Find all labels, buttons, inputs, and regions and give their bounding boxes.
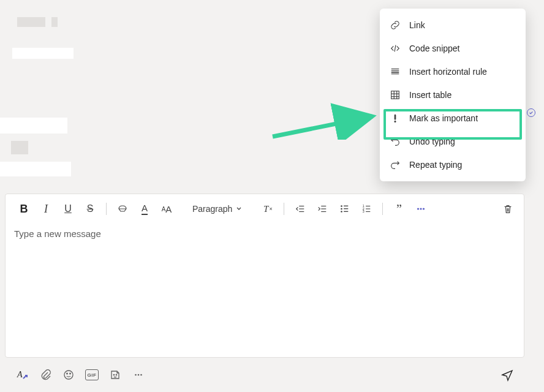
- svg-point-34: [64, 371, 73, 379]
- composer-actions: A GIF: [5, 363, 524, 387]
- menu-undo-typing[interactable]: Undo typing: [380, 130, 526, 153]
- menu-link[interactable]: Link: [380, 13, 526, 37]
- toolbar-separator: [284, 203, 284, 215]
- svg-point-20: [341, 211, 343, 213]
- font-size-button[interactable]: AA: [157, 199, 176, 219]
- table-icon: [390, 89, 401, 100]
- placeholder-text: Type a new message: [14, 228, 101, 239]
- svg-point-10: [394, 121, 396, 123]
- font-color-button[interactable]: A: [135, 199, 154, 219]
- svg-point-40: [138, 374, 140, 376]
- message-composer: B I U S A AA Paragraph T×: [5, 194, 524, 358]
- svg-point-38: [116, 374, 116, 375]
- send-button[interactable]: [497, 365, 517, 385]
- svg-text:A: A: [17, 370, 23, 379]
- toolbar-separator: [382, 203, 383, 215]
- redo-icon: [390, 159, 401, 170]
- attach-button[interactable]: [36, 365, 55, 385]
- svg-rect-9: [395, 115, 396, 120]
- quote-button[interactable]: ”: [389, 199, 409, 219]
- link-icon: [390, 20, 401, 31]
- bold-button[interactable]: B: [14, 199, 34, 219]
- svg-point-39: [135, 374, 137, 376]
- outdent-button[interactable]: [290, 199, 310, 219]
- bullet-list-button[interactable]: [334, 199, 354, 219]
- chevron-down-icon: [236, 206, 242, 212]
- menu-mark-important[interactable]: Mark as important: [380, 107, 526, 130]
- more-actions-button[interactable]: [129, 365, 148, 385]
- italic-button[interactable]: I: [36, 199, 56, 219]
- svg-point-41: [140, 374, 142, 376]
- menu-item-label: Code snippet: [409, 43, 460, 53]
- svg-point-31: [420, 208, 422, 209]
- strikethrough-button[interactable]: S: [80, 199, 100, 219]
- svg-point-19: [341, 208, 343, 210]
- menu-item-label: Insert horizontal rule: [409, 67, 487, 77]
- menu-insert-table[interactable]: Insert table: [380, 83, 526, 107]
- sticker-button[interactable]: [105, 365, 125, 385]
- numbered-list-button[interactable]: 123: [357, 199, 376, 219]
- svg-point-36: [70, 373, 71, 374]
- seen-check-icon: [527, 108, 535, 117]
- menu-item-label: Repeat typing: [409, 160, 462, 170]
- gif-label: GIF: [85, 369, 99, 380]
- svg-text:3: 3: [363, 209, 365, 213]
- code-icon: [390, 43, 401, 54]
- undo-icon: [390, 136, 401, 147]
- message-input[interactable]: Type a new message: [6, 224, 524, 244]
- toolbar-separator: [106, 203, 107, 215]
- important-icon: [390, 113, 401, 124]
- gif-button[interactable]: GIF: [82, 365, 102, 385]
- format-toggle-button[interactable]: A: [12, 365, 32, 385]
- svg-rect-23: [344, 211, 348, 212]
- menu-horizontal-rule[interactable]: Insert horizontal rule: [380, 60, 526, 83]
- menu-repeat-typing[interactable]: Repeat typing: [380, 153, 526, 176]
- menu-item-label: Mark as important: [409, 113, 478, 123]
- underline-button[interactable]: U: [58, 199, 78, 219]
- more-options-button[interactable]: [411, 199, 431, 219]
- horizontal-rule-icon: [390, 66, 401, 77]
- menu-item-label: Undo typing: [409, 137, 455, 146]
- svg-rect-21: [344, 206, 348, 206]
- svg-point-35: [67, 373, 68, 374]
- highlight-button[interactable]: [113, 199, 132, 219]
- paragraph-style-dropdown[interactable]: Paragraph: [187, 199, 247, 219]
- format-toolbar: B I U S A AA Paragraph T×: [6, 194, 524, 224]
- svg-point-18: [341, 205, 343, 207]
- svg-rect-22: [344, 208, 348, 209]
- svg-rect-4: [391, 91, 399, 99]
- menu-item-label: Insert table: [409, 90, 451, 100]
- emoji-button[interactable]: [59, 365, 78, 385]
- paragraph-label: Paragraph: [192, 204, 232, 214]
- delete-button[interactable]: [498, 199, 518, 219]
- format-more-menu: Link Code snippet Insert horizontal rule…: [380, 9, 526, 181]
- clear-formatting-button[interactable]: T×: [258, 199, 278, 219]
- indent-button[interactable]: [312, 199, 332, 219]
- menu-code-snippet[interactable]: Code snippet: [380, 37, 526, 60]
- svg-point-30: [417, 208, 419, 209]
- menu-item-label: Link: [409, 20, 425, 30]
- svg-point-37: [113, 374, 114, 375]
- svg-point-32: [423, 208, 425, 209]
